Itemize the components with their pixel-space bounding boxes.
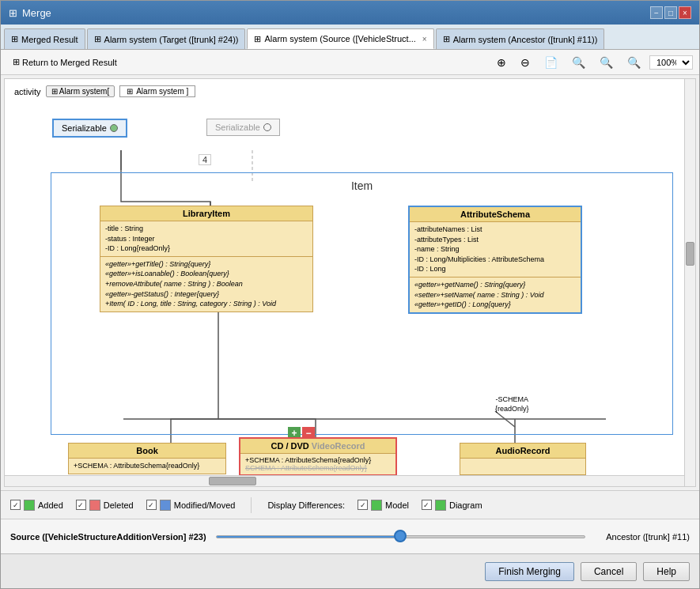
tab-merged-result[interactable]: ⊞ Merged Result <box>4 28 85 49</box>
diagram-canvas[interactable]: activity ⊞ Alarm system[ ⊞ Alarm system … <box>4 78 696 487</box>
title-bar-left: ⊞ Merge <box>9 7 51 19</box>
screenshot-button[interactable]: 📄 <box>539 54 563 71</box>
book-attrs: +SCHEMA : AttributeSchema{readOnly} <box>69 459 225 474</box>
attribute-schema-attrs: -attributeNames : List -attributeTypes :… <box>410 222 581 277</box>
title-bar: ⊞ Merge − □ × <box>1 1 699 25</box>
legend-bar: ✓ Added ✓ Deleted ✓ Modified/Moved Displ… <box>1 490 699 519</box>
cancel-button[interactable]: Cancel <box>581 562 637 581</box>
tab-alarm-source[interactable]: ⊞ Alarm system (Source ([VehicleStruct..… <box>247 28 433 49</box>
deleted-checkbox[interactable]: ✓ <box>76 500 86 510</box>
tab-icon: ⊞ <box>11 34 18 44</box>
zoom-select[interactable]: 100% 50% 75% 100% 125% 150% 200% <box>649 55 693 70</box>
help-button[interactable]: Help <box>643 562 690 581</box>
tab-label: Alarm system (Target ([trunk] #24)) <box>104 35 239 44</box>
activity-tab-icon: ⊞ <box>127 87 133 96</box>
audio-record-attrs <box>460 459 585 474</box>
modified-label: Modified/Moved <box>174 500 236 510</box>
scrollbar-thumb-v[interactable] <box>686 242 694 266</box>
legend-model: ✓ Model <box>358 500 409 511</box>
merge-window: ⊞ Merge − □ × ⊞ Merged Result ⊞ Alarm sy… <box>0 0 700 589</box>
slider-track[interactable] <box>216 535 585 538</box>
activity-tab: ⊞ Alarm system ] <box>119 85 195 97</box>
serializable-ghost-box: Serializable <box>206 119 280 136</box>
return-label: Return to Merged Result <box>22 58 117 67</box>
legend-added: ✓ Added <box>10 500 63 511</box>
slider-fill <box>217 536 401 538</box>
zoom-in-icon: 🔍 <box>572 56 585 69</box>
zoom-out-icon: ⊖ <box>520 56 530 69</box>
attribute-schema-box[interactable]: AttributeSchema -attributeNames : List -… <box>408 206 582 314</box>
attribute-schema-title: AttributeSchema <box>410 207 581 222</box>
toolbar: ⊞ Return to Merged Result ⊕ ⊖ 📄 🔍 🔍 🔍 <box>1 50 699 75</box>
serializable-source-box: Serializable <box>52 119 127 138</box>
serializable-ghost-text: Serializable <box>215 123 260 132</box>
audio-record-box[interactable]: AudioRecord <box>460 443 586 475</box>
close-button[interactable]: × <box>679 6 691 19</box>
tabs-bar: ⊞ Merged Result ⊞ Alarm system (Target (… <box>1 25 699 50</box>
attribute-schema-methods: «getter»+getName() : String{query} «sett… <box>410 277 581 312</box>
schema-label: -SCHEMA {readOnly} <box>495 395 529 413</box>
merge-slider-bar: Source ([VehicleStructureAdditionVersion… <box>1 519 699 553</box>
item-title: Item <box>51 173 672 198</box>
library-item-box[interactable]: LibraryItem -title : String -status : In… <box>100 206 313 312</box>
activity-badge: ⊞ Alarm system[ <box>46 85 115 97</box>
tab-icon: ⊞ <box>94 34 101 44</box>
tab-alarm-target[interactable]: ⊞ Alarm system (Target ([trunk] #24)) <box>87 28 246 49</box>
minimize-button[interactable]: − <box>650 6 663 19</box>
finish-merging-button[interactable]: Finish Merging <box>485 562 574 581</box>
window-icon: ⊞ <box>9 7 17 19</box>
deleted-color <box>89 500 100 511</box>
zoom-reset-icon: 🔍 <box>600 56 613 69</box>
diagram-area: activity ⊞ Alarm system[ ⊞ Alarm system … <box>1 75 699 490</box>
return-button[interactable]: ⊞ Return to Merged Result <box>7 55 123 70</box>
tab-label: Alarm system (Ancestor ([trunk] #11)) <box>453 35 598 44</box>
cd-dvd-box[interactable]: CD / DVD VideoRecord +SCHEMA : Attribute… <box>239 437 397 476</box>
slider-thumb[interactable] <box>394 530 407 542</box>
scrollbar-thumb-h[interactable] <box>209 477 256 485</box>
horizontal-scrollbar[interactable] <box>5 475 684 486</box>
ancestor-label: Ancestor ([trunk] #11) <box>595 532 690 542</box>
book-title: Book <box>69 444 225 459</box>
cd-dvd-title: CD / DVD VideoRecord <box>240 439 395 454</box>
model-label: Model <box>385 500 409 510</box>
modified-checkbox[interactable]: ✓ <box>146 500 157 510</box>
tab-icon: ⊞ <box>443 34 450 44</box>
modified-color <box>160 500 171 511</box>
title-bar-controls: − □ × <box>650 6 691 19</box>
model-checkbox[interactable]: ✓ <box>358 500 368 510</box>
legend-display: Display Differences: <box>267 500 345 510</box>
zoom-out-button[interactable]: ⊖ <box>515 54 535 71</box>
source-label: Source ([VehicleStructureAdditionVersion… <box>10 532 206 542</box>
legend-modified: ✓ Modified/Moved <box>146 500 236 511</box>
zoom-fit-button[interactable]: ⊕ <box>491 54 512 71</box>
maximize-button[interactable]: □ <box>664 6 677 19</box>
model-color <box>371 500 382 511</box>
deleted-label: Deleted <box>104 500 134 510</box>
cd-dvd-attrs: +SCHEMA : AttributeSchema{readOnly} SCHE… <box>240 454 395 474</box>
added-color <box>24 500 35 511</box>
added-checkbox[interactable]: ✓ <box>10 500 21 510</box>
serializable-source-text: Serializable <box>62 123 107 133</box>
diagram-color <box>435 500 446 511</box>
diagram-label: Diagram <box>449 500 482 510</box>
activity-text: activity <box>14 87 41 96</box>
tab-label: Alarm system (Source ([VehicleStruct... <box>264 34 415 43</box>
number-badge: 4 <box>199 154 211 165</box>
activity-tab-text: Alarm system ] <box>136 87 188 96</box>
zoom-in-button[interactable]: 🔍 <box>566 54 591 71</box>
zoom-custom-button[interactable]: 🔍 <box>622 54 646 71</box>
zoom-custom-icon: 🔍 <box>627 56 641 69</box>
return-icon: ⊞ <box>13 57 20 67</box>
zoom-reset-button[interactable]: 🔍 <box>594 54 619 71</box>
library-item-attrs: -title : String -status : Integer -ID : … <box>100 221 312 256</box>
diagram-checkbox[interactable]: ✓ <box>422 500 432 510</box>
activity-badge-text: ⊞ Alarm system[ <box>51 87 110 96</box>
activity-label: activity ⊞ Alarm system[ ⊞ Alarm system … <box>14 85 195 97</box>
tab-close-icon[interactable]: × <box>422 35 427 43</box>
book-box[interactable]: Book +SCHEMA : AttributeSchema{readOnly} <box>68 443 226 474</box>
tab-alarm-ancestor[interactable]: ⊞ Alarm system (Ancestor ([trunk] #11)) <box>436 28 605 49</box>
bottom-buttons: Finish Merging Cancel Help <box>1 553 699 588</box>
vertical-scrollbar[interactable] <box>684 79 695 486</box>
library-item-methods: «getter»+getTitle() : String{query} «get… <box>100 256 312 311</box>
tab-label: Merged Result <box>21 35 78 44</box>
